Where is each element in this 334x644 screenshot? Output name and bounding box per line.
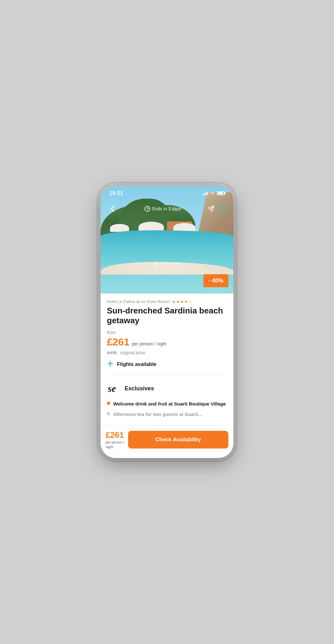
exclusive-item-1: Welcome drink and fruit at Suarti Boutiq… [107, 400, 227, 407]
status-bar: 16:21 [101, 186, 233, 196]
battery-icon [217, 191, 225, 195]
bottom-price-block: £261 per person / night [106, 430, 124, 449]
plane-icon [107, 360, 114, 368]
flights-row: Flights available [107, 360, 227, 368]
wifi-icon [210, 191, 215, 196]
original-price-row: £435 original price [107, 350, 227, 356]
star-1: ★ [172, 300, 176, 304]
check-availability-button[interactable]: Check Availability [128, 431, 228, 449]
bullet-dot-1 [107, 402, 110, 405]
timer-label: Ends in 3 days [152, 206, 181, 211]
back-button[interactable] [107, 203, 118, 214]
from-label: from [107, 330, 227, 335]
dot-1[interactable] [156, 263, 158, 265]
favorite-button[interactable] [219, 205, 227, 213]
bottom-price: £261 [106, 430, 124, 440]
svg-text:se: se [108, 383, 116, 394]
original-price: £435 [107, 350, 117, 355]
dot-2[interactable] [161, 263, 163, 265]
clock-icon [145, 206, 150, 212]
signal-icon [202, 191, 208, 195]
discount-badge: - 40% [203, 274, 228, 287]
star-5: ★ [189, 300, 192, 304]
nav-bar: Ends in 3 days [101, 200, 233, 218]
star-rating: ★ ★ ★ ★ ★ [172, 300, 192, 304]
nav-actions [207, 205, 227, 213]
image-dots [156, 263, 178, 265]
dot-3[interactable] [166, 263, 168, 265]
exclusives-title: Exclusives [125, 385, 154, 392]
star-4: ★ [184, 300, 188, 304]
status-time: 16:21 [109, 190, 123, 196]
exclusive-text-2: Afternoon tea for two guests at Suarti..… [113, 411, 202, 418]
exclusive-text-1: Welcome drink and fruit at Suarti Boutiq… [113, 400, 226, 407]
price-main: £261 [107, 336, 129, 348]
phone-shell: 16:21 [101, 186, 233, 458]
price-row: £261 per person / night [107, 336, 227, 348]
price-unit: per person / night [132, 341, 166, 346]
flights-text: Flights available [117, 362, 156, 367]
hotel-name-row: Hotel Le Palme at Le Dune Resort ★ ★ ★ ★… [107, 299, 227, 304]
exclusive-item-2: Afternoon tea for two guests at Suarti..… [107, 411, 227, 418]
share-button[interactable] [207, 205, 214, 212]
bottom-bar: £261 per person / night Check Availabili… [101, 425, 233, 458]
status-icons [202, 191, 225, 196]
exclusives-header: se Exclusives [107, 381, 227, 395]
dot-4[interactable] [171, 263, 173, 265]
deal-title: Sun-drenched Sardinia beach getaway [107, 306, 227, 325]
bullet-dot-2 [107, 412, 110, 415]
deal-timer: Ends in 3 days [145, 206, 181, 212]
section-divider [107, 375, 227, 375]
se-logo: se [107, 381, 121, 395]
star-2: ★ [176, 300, 180, 304]
hotel-name: Hotel Le Palme at Le Dune Resort [107, 299, 170, 304]
star-3: ★ [180, 300, 184, 304]
dot-5[interactable] [176, 263, 178, 265]
original-price-label: original price [120, 350, 145, 355]
bottom-price-unit: per person / night [106, 440, 124, 449]
